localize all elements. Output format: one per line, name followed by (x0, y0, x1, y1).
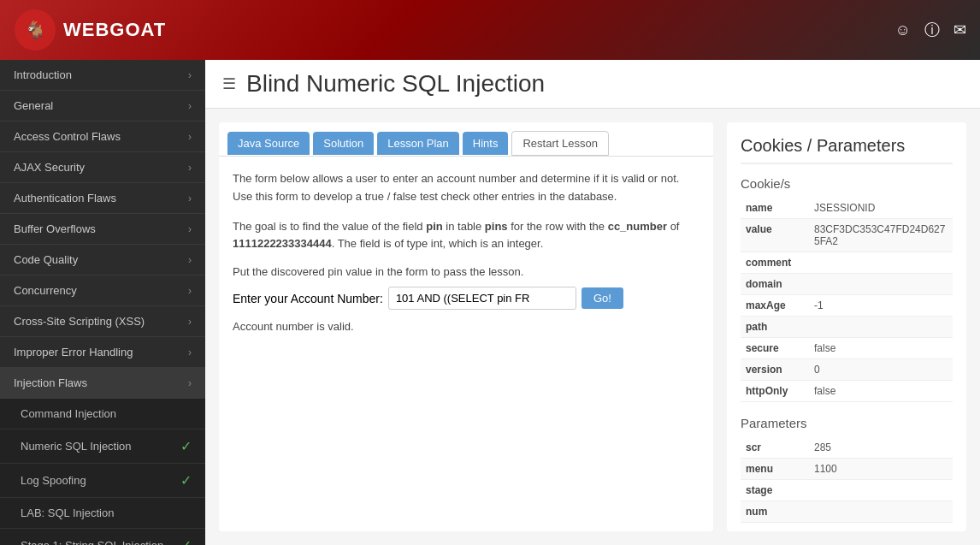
page-header: ☰ Blind Numeric SQL Injection (205, 60, 980, 109)
lesson-panel: Java Source Solution Lesson Plan Hints R… (219, 122, 713, 531)
input-row: Enter your Account Number: Go! (233, 287, 700, 310)
header-actions: ☺ ⓘ ✉ (895, 20, 966, 40)
go-button[interactable]: Go! (582, 287, 623, 309)
cookie-field-label: path (741, 317, 809, 338)
chevron-right-icon: › (188, 347, 192, 358)
app-title: WEBGOAT (63, 19, 166, 41)
cookies-panel: Cookies / Parameters Cookie/s name JSESS… (727, 122, 966, 531)
chevron-right-icon: › (188, 223, 192, 235)
sidebar-item-label: Buffer Overflows (14, 222, 96, 235)
sidebar-item-label: General (14, 99, 53, 112)
cookie-section-title: Cookie/s (741, 176, 953, 191)
cookie-field-label: secure (741, 338, 809, 359)
sidebar-item-improper-error-handling[interactable]: Improper Error Handling › (0, 337, 205, 368)
field-name: pin (426, 220, 443, 233)
logo: 🐐 WEBGOAT (14, 9, 166, 51)
chevron-right-icon: › (188, 69, 192, 81)
tab-restart-lesson[interactable]: Restart Lesson (511, 131, 608, 156)
sidebar-item-introduction[interactable]: Introduction › (0, 60, 205, 91)
sidebar-item-general[interactable]: General › (0, 91, 205, 121)
chevron-down-icon: › (188, 377, 192, 389)
tab-solution[interactable]: Solution (313, 132, 374, 155)
cookie-field-label: httpOnly (741, 381, 809, 402)
param-row-scr: scr 285 (741, 437, 953, 459)
cookie-field-label: domain (741, 274, 809, 295)
sidebar-item-command-injection[interactable]: Command Injection (0, 399, 205, 429)
cookie-row-path: path (741, 317, 953, 338)
cc-number-label: cc_number (608, 220, 667, 233)
cookie-field-value: 0 (809, 359, 953, 381)
lesson-instruction: Put the discovered pin value in the form… (233, 265, 700, 278)
sidebar-item-label: Access Control Flaws (14, 130, 121, 143)
param-field-value: 285 (809, 437, 953, 459)
user-icon[interactable]: ☺ (895, 21, 911, 39)
sidebar-item-concurrency[interactable]: Concurrency › (0, 275, 205, 306)
chevron-right-icon: › (188, 316, 192, 328)
cookie-table: name JSESSIONID value 83CF3DC353C47FD24D… (741, 198, 953, 402)
cookie-field-label: value (741, 219, 809, 252)
svg-text:🐐: 🐐 (25, 20, 46, 40)
sidebar-item-ajax-security[interactable]: AJAX Security › (0, 152, 205, 183)
sidebar-item-buffer-overflows[interactable]: Buffer Overflows › (0, 214, 205, 245)
sidebar-item-access-control[interactable]: Access Control Flaws › (0, 121, 205, 152)
sidebar-item-injection-flaws[interactable]: Injection Flaws › (0, 368, 205, 399)
sidebar-item-code-quality[interactable]: Code Quality › (0, 245, 205, 275)
tab-lesson-plan[interactable]: Lesson Plan (377, 132, 459, 155)
menu-toggle-button[interactable]: ☰ (222, 74, 236, 93)
account-number-label: Enter your Account Number: (233, 292, 383, 305)
sidebar-item-stage1-string-sql[interactable]: Stage 1: String SQL Injection ✓ (0, 529, 205, 545)
cookie-field-value: false (809, 338, 953, 359)
sidebar-sub-label: LAB: SQL Injection (21, 506, 114, 519)
header: 🐐 WEBGOAT ☺ ⓘ ✉ (0, 0, 980, 60)
check-icon: ✓ (180, 472, 192, 489)
logo-icon: 🐐 (14, 9, 56, 51)
param-row-num: num (741, 501, 953, 523)
lesson-tabs: Java Source Solution Lesson Plan Hints R… (219, 122, 713, 157)
check-icon: ✓ (180, 537, 192, 545)
tab-java-source[interactable]: Java Source (227, 132, 310, 155)
cookie-field-value (809, 317, 953, 338)
cookie-field-value: -1 (809, 295, 953, 317)
chevron-right-icon: › (188, 193, 192, 204)
param-field-value (809, 501, 953, 523)
param-row-menu: menu 1100 (741, 459, 953, 480)
param-field-label: num (741, 501, 809, 523)
sidebar-item-lab-sql-injection[interactable]: LAB: SQL Injection (0, 498, 205, 529)
sidebar-item-label: Improper Error Handling (14, 346, 133, 358)
cookie-field-value: 83CF3DC353C47FD24D6275FA2 (809, 219, 953, 252)
cookie-field-label: comment (741, 252, 809, 274)
chevron-right-icon: › (188, 100, 192, 112)
sidebar-item-label: AJAX Security (14, 161, 85, 174)
mail-icon[interactable]: ✉ (953, 21, 966, 39)
sidebar-item-numeric-sql-injection[interactable]: Numeric SQL Injection ✓ (0, 429, 205, 464)
sidebar: Introduction › General › Access Control … (0, 60, 205, 545)
cookie-row-name: name JSESSIONID (741, 198, 953, 219)
tab-hints[interactable]: Hints (463, 132, 509, 155)
lesson-body: The form below allows a user to enter an… (219, 157, 713, 347)
info-icon[interactable]: ⓘ (924, 20, 940, 40)
cookie-row-value: value 83CF3DC353C47FD24D6275FA2 (741, 219, 953, 252)
account-number-input[interactable] (388, 287, 576, 310)
cookie-field-label: version (741, 359, 809, 381)
cc-number-value: 1111222233334444 (233, 237, 332, 250)
sidebar-sub-label: Log Spoofing (21, 474, 86, 487)
cookie-row-domain: domain (741, 274, 953, 295)
param-field-value (809, 480, 953, 501)
param-field-label: scr (741, 437, 809, 459)
cookie-row-maxage: maxAge -1 (741, 295, 953, 317)
status-message: Account number is valid. (233, 320, 700, 333)
sidebar-sub-label: Command Injection (21, 407, 116, 420)
check-icon: ✓ (180, 438, 192, 454)
sidebar-sub-label: Stage 1: String SQL Injection (21, 539, 163, 545)
lesson-description: The form below allows a user to enter an… (233, 170, 700, 206)
main-content: ☰ Blind Numeric SQL Injection Java Sourc… (205, 60, 980, 545)
sidebar-item-authentication-flaws[interactable]: Authentication Flaws › (0, 183, 205, 214)
sidebar-item-label: Code Quality (14, 253, 78, 266)
sidebar-item-label: Introduction (14, 68, 72, 81)
param-field-label: menu (741, 459, 809, 480)
sidebar-item-log-spoofing[interactable]: Log Spoofing ✓ (0, 464, 205, 498)
sidebar-item-label: Authentication Flaws (14, 192, 116, 204)
sidebar-item-cross-site-scripting[interactable]: Cross-Site Scripting (XSS) › (0, 306, 205, 337)
param-field-label: stage (741, 480, 809, 501)
page-title: Blind Numeric SQL Injection (246, 70, 545, 98)
